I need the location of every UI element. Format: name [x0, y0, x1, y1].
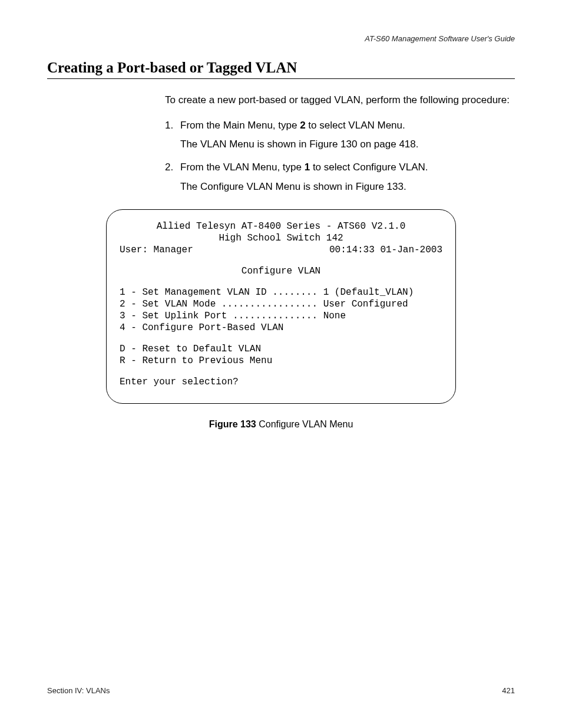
terminal-option-3: 3 - Set Uplink Port ............... None: [120, 310, 442, 322]
section-title: Creating a Port-based or Tagged VLAN: [47, 60, 515, 79]
step-1-line-1: From the Main Menu, type 2 to select VLA…: [180, 118, 515, 133]
page-footer: Section IV: VLANs 421: [47, 686, 515, 695]
step-2-line-1: From the VLAN Menu, type 1 to select Con…: [180, 160, 515, 175]
terminal-user-row: User: Manager 00:14:33 01-Jan-2003: [120, 244, 442, 256]
terminal-prompt: Enter your selection?: [120, 376, 442, 388]
running-head: AT-S60 Management Software User's Guide: [47, 34, 515, 43]
footer-section: Section IV: VLANs: [47, 686, 110, 695]
step-1: 1. From the Main Menu, type 2 to select …: [165, 118, 515, 157]
figure-label: Figure 133: [209, 419, 256, 429]
step-number: 2.: [165, 160, 180, 199]
step-2: 2. From the VLAN Menu, type 1 to select …: [165, 160, 515, 199]
step-number: 1.: [165, 118, 180, 157]
figure-caption: Figure 133 Configure VLAN Menu: [47, 419, 515, 430]
terminal-banner-1: Allied Telesyn AT-8400 Series - ATS60 V2…: [120, 220, 442, 232]
terminal-banner-2: High School Switch 142: [120, 232, 442, 244]
intro-paragraph: To create a new port-based or tagged VLA…: [165, 93, 515, 108]
step-1-line-2: The VLAN Menu is shown in Figure 130 on …: [180, 137, 515, 152]
terminal-user: User: Manager: [120, 244, 193, 256]
terminal-menu-title: Configure VLAN: [120, 265, 442, 277]
terminal-datetime: 00:14:33 01-Jan-2003: [329, 244, 442, 256]
terminal-screenshot: Allied Telesyn AT-8400 Series - ATS60 V2…: [106, 209, 456, 404]
terminal-option-r: R - Return to Previous Menu: [120, 355, 442, 367]
terminal-option-1: 1 - Set Management VLAN ID ........ 1 (D…: [120, 286, 442, 298]
terminal-option-d: D - Reset to Default VLAN: [120, 343, 442, 355]
figure-title: Configure VLAN Menu: [256, 419, 353, 429]
terminal-option-2: 2 - Set VLAN Mode ................. User…: [120, 298, 442, 310]
step-2-line-2: The Configure VLAN Menu is shown in Figu…: [180, 180, 515, 195]
terminal-option-4: 4 - Configure Port-Based VLAN: [120, 322, 442, 334]
footer-page-number: 421: [502, 686, 515, 695]
